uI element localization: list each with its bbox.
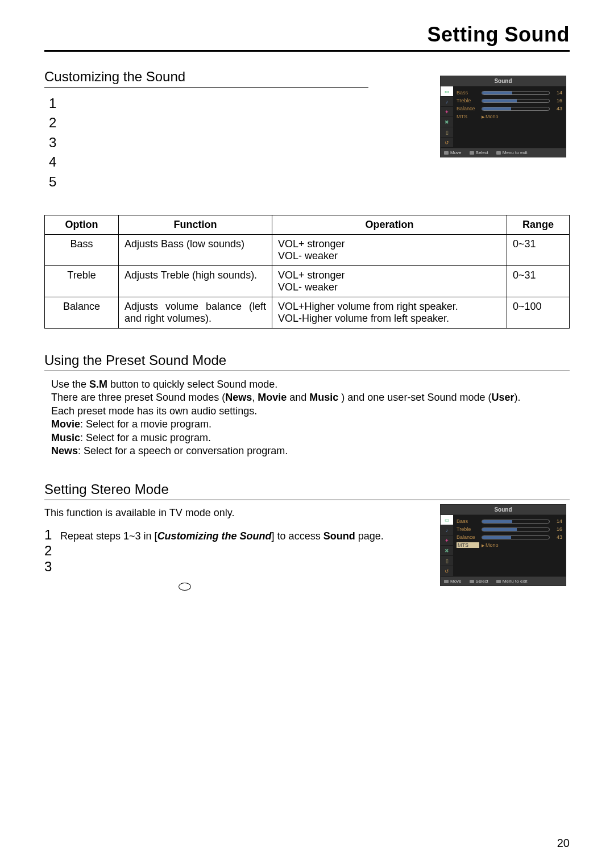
osd-sound-menu-stereo: Sound ▭ ♪ ✦ ✖ ▯ ↺ Bass 14 (440, 504, 566, 586)
preset-line: News: Select for a speech or conversatio… (51, 445, 551, 458)
step-num: 5 (49, 173, 570, 191)
osd-category-icons: ▭ ♪ ✦ ✖ ▯ ↺ (441, 86, 453, 148)
osd-slider (482, 520, 550, 524)
osd-slider (482, 528, 550, 531)
th-range: Range (507, 215, 570, 234)
osd-value: 16 (552, 526, 562, 532)
td-function: Adjusts volume balance (left and right v… (119, 297, 272, 328)
tv-icon: ▯ (441, 127, 453, 138)
osd-title: Sound (440, 76, 566, 86)
osd-value: 16 (552, 98, 562, 103)
osd-foot-move: Move (444, 150, 462, 155)
osd-row-mts: MTS Mono (457, 542, 562, 548)
td-operation: VOL+ stronger VOL- weaker (272, 265, 507, 297)
picture-icon: ▭ (441, 515, 453, 525)
osd-footer: Move Select Menu to exit (440, 577, 566, 586)
osd-label: Balance (457, 534, 479, 540)
section-preset-title: Using the Preset Sound Mode (44, 352, 570, 368)
osd-sound-menu: Sound ▭ ♪ ✦ ✖ ▯ ↺ Bass 14 (440, 76, 566, 157)
preset-line: Each preset mode has its own audio setti… (51, 405, 551, 418)
osd-label: MTS (457, 114, 479, 119)
table-row: Balance Adjusts volume balance (left and… (45, 297, 570, 328)
td-range: 0~100 (507, 297, 570, 328)
osd-label-highlight: MTS (457, 542, 479, 548)
timer-icon: ✦ (441, 535, 453, 546)
osd-label: Balance (457, 106, 479, 111)
settings-icon: ✖ (441, 117, 453, 127)
td-operation: VOL+Higher volume from right speaker. VO… (272, 297, 507, 328)
osd-foot-select: Select (470, 150, 488, 155)
stereo-icon (179, 583, 191, 591)
osd-row-treble: Treble 16 (457, 98, 562, 103)
preset-line: Music: Select for a music program. (51, 431, 551, 445)
osd-row-bass: Bass 14 (457, 518, 562, 524)
osd-row-balance: Balance 43 (457, 534, 562, 540)
preset-line: There are three preset Sound modes (News… (51, 391, 551, 404)
td-option: Treble (45, 265, 119, 297)
th-option: Option (45, 215, 119, 234)
td-option: Balance (45, 297, 119, 328)
osd-footer: Move Select Menu to exit (440, 148, 566, 157)
osd-category-icons: ▭ ♪ ✦ ✖ ▯ ↺ (441, 515, 453, 576)
picture-icon: ▭ (441, 86, 453, 97)
osd-value: 43 (552, 106, 562, 111)
page-number: 20 (557, 837, 570, 850)
osd-value: 14 (552, 90, 562, 95)
page-title: Setting Sound (44, 23, 570, 47)
td-option: Bass (45, 234, 119, 265)
osd-label: Bass (457, 90, 479, 95)
osd-foot-exit: Menu to exit (496, 579, 528, 584)
preset-line: Use the S.M button to quickly select Sou… (51, 378, 551, 391)
osd-title: Sound (440, 504, 566, 515)
return-icon: ↺ (441, 138, 453, 148)
td-range: 0~31 (507, 234, 570, 265)
osd-value: 14 (552, 518, 562, 524)
osd-row-treble: Treble 16 (457, 526, 562, 532)
td-function: Adjusts Bass (low sounds) (119, 234, 272, 265)
td-range: 0~31 (507, 265, 570, 297)
osd-foot-select: Select (470, 579, 488, 584)
preset-line: Movie: Select for a movie program. (51, 418, 551, 431)
tv-icon: ▯ (441, 556, 453, 566)
osd-label: Bass (457, 518, 479, 524)
osd-slider (482, 535, 550, 539)
th-operation: Operation (272, 215, 507, 234)
section-preset: Using the Preset Sound Mode Use the S.M … (44, 352, 570, 458)
osd-mts-value: Mono (482, 114, 498, 119)
return-icon: ↺ (441, 566, 453, 576)
osd-label: Treble (457, 98, 479, 103)
section-customizing: Customizing the Sound 1 2 3 4 5 Sound ▭ … (44, 69, 570, 329)
osd-slider (482, 107, 550, 111)
osd-slider (482, 91, 550, 95)
osd-row-mts: MTS Mono (457, 114, 562, 119)
sound-icon: ♪ (441, 525, 453, 535)
options-table: Option Function Operation Range Bass Adj… (44, 215, 570, 329)
table-row: Treble Adjusts Treble (high sounds). VOL… (45, 265, 570, 297)
timer-icon: ✦ (441, 107, 453, 117)
osd-foot-exit: Menu to exit (496, 150, 528, 155)
section-stereo: Setting Stereo Mode This function is ava… (44, 481, 570, 593)
th-function: Function (119, 215, 272, 234)
osd-value: 43 (552, 534, 562, 540)
settings-icon: ✖ (441, 546, 453, 556)
osd-mts-value: Mono (482, 542, 498, 548)
section-stereo-title: Setting Stereo Mode (44, 481, 570, 497)
osd-slider (482, 99, 550, 103)
td-function: Adjusts Treble (high sounds). (119, 265, 272, 297)
table-row: Bass Adjusts Bass (low sounds) VOL+ stro… (45, 234, 570, 265)
osd-row-bass: Bass 14 (457, 90, 562, 95)
osd-row-balance: Balance 43 (457, 106, 562, 111)
osd-foot-move: Move (444, 579, 462, 584)
td-operation: VOL+ stronger VOL- weaker (272, 234, 507, 265)
osd-label: Treble (457, 526, 479, 532)
sound-icon: ♪ (441, 97, 453, 107)
